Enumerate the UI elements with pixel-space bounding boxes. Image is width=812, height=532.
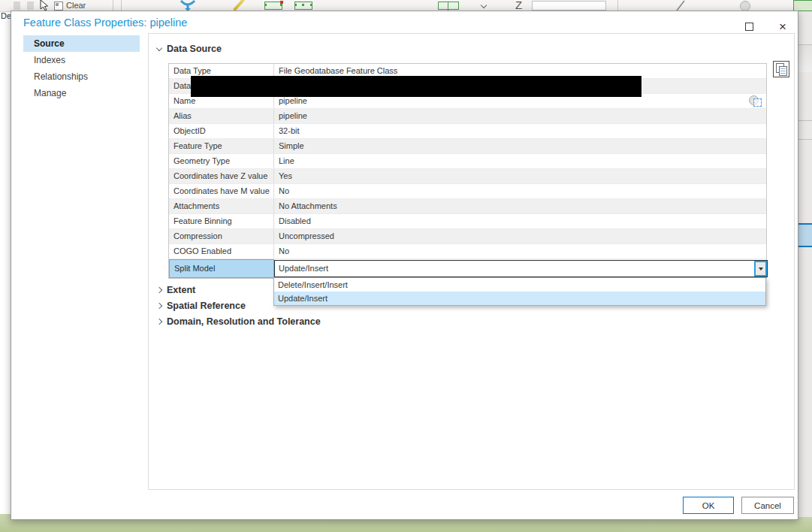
panel-divider bbox=[798, 120, 812, 121]
edit-vertices-icon[interactable] bbox=[264, 2, 282, 10]
property-label: Feature Type bbox=[169, 139, 274, 153]
section-header-domain-resolution-tolerance[interactable]: Domain, Resolution and Tolerance bbox=[157, 316, 321, 327]
property-label: Compression bbox=[169, 229, 274, 243]
panel-divider bbox=[798, 139, 812, 140]
combobox-value: Update/Insert bbox=[279, 264, 328, 273]
table-row: COGO Enabled No bbox=[169, 244, 766, 259]
sidebar-item-label: Source bbox=[34, 38, 65, 49]
chevron-down-icon bbox=[759, 268, 763, 271]
sidebar-item-source[interactable]: Source bbox=[23, 35, 140, 52]
property-label: Alias bbox=[169, 109, 274, 123]
property-value: Uncompressed bbox=[274, 229, 766, 243]
close-icon: × bbox=[779, 20, 786, 33]
property-value: No Attachments bbox=[274, 199, 766, 213]
table-row: Geometry Type Line bbox=[169, 154, 766, 169]
split-segment-icon[interactable] bbox=[438, 2, 459, 10]
property-label: Split Model bbox=[169, 259, 274, 278]
table-row: Feature Binning Disabled bbox=[169, 214, 766, 229]
sidebar-item-indexes[interactable]: Indexes bbox=[23, 52, 140, 68]
property-value: 32-bit bbox=[274, 124, 766, 138]
background-partial-label: De bbox=[1, 11, 11, 20]
circle-tool-icon[interactable] bbox=[740, 1, 750, 11]
clear-button[interactable]: Clear bbox=[54, 1, 86, 11]
section-label: Spatial Reference bbox=[167, 301, 246, 311]
rename-indicator-icon[interactable] bbox=[749, 95, 762, 107]
cancel-button-label: Cancel bbox=[754, 501, 781, 510]
edit-vertices-modified-icon[interactable] bbox=[294, 2, 312, 10]
split-model-dropdown: Delete/Insert/Insert Update/Insert bbox=[273, 277, 766, 306]
combobox-dropdown-button[interactable] bbox=[754, 261, 767, 277]
section-header-extent[interactable]: Extent bbox=[157, 285, 195, 295]
property-label: Coordinates have M value bbox=[169, 184, 274, 198]
property-value: Yes bbox=[274, 169, 766, 183]
section-label: Data Source bbox=[167, 44, 222, 54]
table-row: Alias pipeline bbox=[169, 109, 766, 124]
chevron-right-icon bbox=[156, 303, 162, 309]
sidebar-item-label: Manage bbox=[34, 88, 66, 98]
sidebar-item-relationships[interactable]: Relationships bbox=[23, 68, 140, 85]
maximize-icon bbox=[745, 23, 753, 31]
toolbar-divider bbox=[121, 0, 122, 11]
toolbar-fragment-icon bbox=[14, 2, 20, 10]
selection-highlight[interactable] bbox=[798, 223, 812, 247]
source-content-panel: Data Source Data Type File Geodatabase F… bbox=[148, 33, 795, 490]
section-label: Extent bbox=[167, 285, 195, 295]
redaction-bar bbox=[191, 76, 641, 97]
ok-button[interactable]: OK bbox=[683, 497, 734, 514]
property-value: pipeline bbox=[274, 109, 766, 123]
table-row: Feature Type Simple bbox=[169, 139, 766, 154]
dialog-sidebar: Source Indexes Relationships Manage bbox=[23, 35, 140, 101]
property-value: No bbox=[274, 244, 766, 258]
toolbar-divider bbox=[617, 0, 618, 11]
dialog-title: Feature Class Properties: pipeline bbox=[23, 17, 187, 29]
property-label: ObjectID bbox=[169, 124, 274, 138]
sidebar-item-manage[interactable]: Manage bbox=[23, 85, 140, 101]
chevron-right-icon bbox=[156, 287, 162, 293]
table-row-split-model: Split Model Update/Insert bbox=[169, 259, 766, 278]
property-label: COGO Enabled bbox=[169, 244, 274, 258]
copy-icon bbox=[779, 66, 787, 76]
chevron-down-icon bbox=[156, 45, 162, 51]
property-value: Disabled bbox=[274, 214, 766, 228]
panel-header-fragment bbox=[798, 44, 812, 72]
toolbar-fragment-icon bbox=[27, 2, 34, 10]
clear-label: Clear bbox=[66, 1, 86, 11]
property-value: Line bbox=[274, 154, 766, 168]
property-label: Coordinates have Z value bbox=[169, 169, 274, 183]
pencil-icon[interactable] bbox=[233, 0, 245, 11]
copy-to-clipboard-button[interactable] bbox=[773, 61, 789, 77]
section-header-spatial-reference[interactable]: Spatial Reference bbox=[157, 301, 246, 311]
background-right-panel bbox=[798, 11, 812, 517]
table-row: Coordinates have M value No bbox=[169, 184, 766, 199]
sidebar-item-label: Indexes bbox=[34, 55, 65, 65]
chevron-down-icon[interactable] bbox=[481, 2, 487, 8]
z-label: Z bbox=[515, 0, 522, 11]
table-row: Attachments No Attachments bbox=[169, 199, 766, 214]
cancel-button[interactable]: Cancel bbox=[741, 497, 794, 514]
clear-selection-icon bbox=[54, 2, 63, 11]
property-value: Simple bbox=[274, 139, 766, 153]
sidebar-item-label: Relationships bbox=[34, 71, 88, 82]
green-swatch bbox=[793, 0, 812, 11]
dropdown-option[interactable]: Delete/Insert/Insert bbox=[274, 278, 765, 292]
toolbar-input[interactable] bbox=[532, 1, 606, 11]
table-row: ObjectID 32-bit bbox=[169, 124, 766, 139]
property-label: Geometry Type bbox=[169, 154, 274, 168]
dashed-selection-icon bbox=[753, 98, 762, 107]
table-row: Compression Uncompressed bbox=[169, 229, 766, 244]
ok-button-label: OK bbox=[702, 501, 715, 510]
split-model-combobox[interactable]: Update/Insert bbox=[274, 260, 768, 277]
section-header-data-source[interactable]: Data Source bbox=[157, 44, 222, 54]
property-label: Feature Binning bbox=[169, 214, 274, 228]
toolbar-divider bbox=[113, 0, 113, 11]
property-value: No bbox=[274, 184, 766, 198]
feature-class-properties-dialog: Feature Class Properties: pipeline × Sou… bbox=[11, 11, 798, 520]
chevron-right-icon bbox=[156, 319, 162, 325]
table-row: Coordinates have Z value Yes bbox=[169, 169, 766, 184]
dropdown-option-selected[interactable]: Update/Insert bbox=[274, 292, 765, 305]
property-label: Attachments bbox=[169, 199, 274, 213]
section-label: Domain, Resolution and Tolerance bbox=[167, 316, 321, 327]
